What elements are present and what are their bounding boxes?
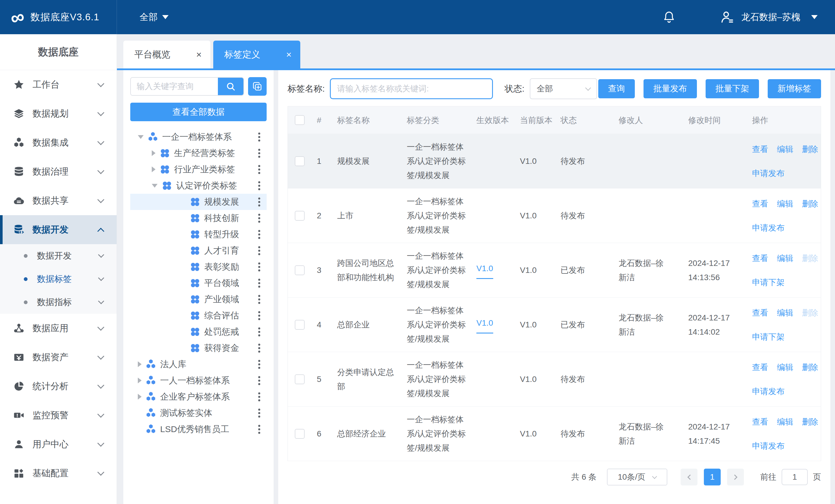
close-icon[interactable]: × [196,49,202,60]
view-link[interactable]: 查看 [752,415,768,429]
sidebar-item-7[interactable]: 数据资产 [0,343,117,372]
more-actions-icon[interactable] [257,147,262,160]
more-actions-icon[interactable] [257,326,262,338]
table-row-4[interactable]: 4总部企业一企一档标签体系/认定评价类标签/规模发展V1.0V1.0已发布龙石数… [288,297,821,352]
tree-node-7[interactable]: 人才引育 [130,243,267,259]
sidebar-subitem-2[interactable]: 数据指标 [0,291,117,314]
page-size-select[interactable]: 10条/页 [607,469,667,485]
prev-page-button[interactable] [681,469,697,485]
request-publish-link[interactable]: 申请发布 [752,166,785,181]
tree-node-1[interactable]: 生产经营类标签 [130,145,267,161]
tree-node-15[interactable]: 一人一档标签体系 [130,372,267,388]
tree-node-14[interactable]: 法人库 [130,356,267,372]
delete-link[interactable]: 删除 [802,360,818,374]
tree-node-6[interactable]: 转型升级 [130,226,267,243]
view-link[interactable]: 查看 [752,196,768,211]
more-actions-icon[interactable] [257,342,262,354]
more-actions-icon[interactable] [257,245,262,257]
sidebar-item-3[interactable]: 数据治理 [0,157,117,186]
tree-node-16[interactable]: 企业客户标签体系 [130,388,267,405]
sidebar-item-9[interactable]: 监控预警 [0,401,117,430]
table-row-2[interactable]: 2上市一企一档标签体系/认定评价类标签/规模发展V1.0待发布查看编辑删除申请发… [288,189,821,243]
view-all-data-button[interactable]: 查看全部数据 [130,103,267,121]
table-row-5[interactable]: 5分类申请认定总部一企一档标签体系/认定评价类标签/规模发展V1.0待发布查看编… [288,352,821,406]
sidebar-item-2[interactable]: 数据集成 [0,128,117,157]
more-actions-icon[interactable] [257,277,262,289]
effective-version-link[interactable]: V1.0 [476,316,493,334]
tree-node-8[interactable]: 表彰奖励 [130,259,267,275]
more-actions-icon[interactable] [257,212,262,225]
query-button[interactable]: 查询 [598,79,635,98]
request-publish-link[interactable]: 申请发布 [752,221,785,235]
notification-bell-icon[interactable] [663,10,676,24]
more-actions-icon[interactable] [257,261,262,273]
tree-node-4[interactable]: 规模发展 [130,194,267,210]
tab-platform-overview[interactable]: 平台概览 × [123,41,210,68]
tab-label-definition[interactable]: 标签定义 × [213,41,300,68]
status-filter-select[interactable]: 全部 [530,78,597,99]
tree-node-17[interactable]: 测试标签实体 [130,405,267,421]
request-publish-link[interactable]: 申请下架 [752,275,785,289]
goto-page-input[interactable] [781,469,808,485]
more-actions-icon[interactable] [257,407,262,419]
search-button[interactable] [218,78,243,95]
table-row-3[interactable]: 3跨国公司地区总部和功能性机构一企一档标签体系/认定评价类标签/规模发展V1.0… [288,243,821,297]
more-actions-icon[interactable] [257,293,262,306]
view-link[interactable]: 查看 [752,306,768,320]
view-link[interactable]: 查看 [752,142,768,156]
more-actions-icon[interactable] [257,310,262,322]
next-page-button[interactable] [727,469,744,485]
request-publish-link[interactable]: 申请发布 [752,384,785,398]
edit-link[interactable]: 编辑 [777,196,793,211]
more-actions-icon[interactable] [257,374,262,387]
tree-node-0[interactable]: 一企一档标签体系 [130,129,267,145]
tree-expand-expand-icon[interactable] [138,394,142,400]
view-link[interactable]: 查看 [752,360,768,374]
current-page-button[interactable]: 1 [704,469,721,485]
edit-link[interactable]: 编辑 [777,306,793,320]
edit-link[interactable]: 编辑 [777,415,793,429]
more-actions-icon[interactable] [257,163,262,176]
tree-expand-expand-icon[interactable] [138,361,142,367]
add-label-button[interactable]: 新增标签 [768,79,821,98]
label-name-filter-input[interactable] [330,78,493,99]
user-menu-caret-icon[interactable] [811,15,818,19]
sidebar-subitem-0[interactable]: 数据开发 [0,244,117,267]
table-row-1[interactable]: 1规模发展一企一档标签体系/认定评价类标签/规模发展V1.0待发布查看编辑删除申… [288,134,821,189]
scope-selector[interactable]: 全部 [140,11,168,23]
tree-node-3[interactable]: 认定评价类标签 [130,177,267,194]
more-actions-icon[interactable] [257,131,262,143]
sidebar-item-11[interactable]: 基础配置 [0,459,117,488]
tree-node-12[interactable]: 处罚惩戒 [130,323,267,340]
tree-node-11[interactable]: 综合评估 [130,308,267,323]
more-actions-icon[interactable] [257,423,262,436]
tree-node-9[interactable]: 平台领域 [130,275,267,291]
row-checkbox[interactable] [295,156,305,166]
request-publish-link[interactable]: 申请下架 [752,330,785,344]
request-publish-link[interactable]: 申请发布 [752,439,785,453]
row-checkbox[interactable] [295,211,305,221]
tree-search-input[interactable] [131,78,218,95]
batch-unpublish-button[interactable]: 批量下架 [706,79,759,98]
sidebar-item-1[interactable]: 数据规划 [0,99,117,128]
row-checkbox[interactable] [295,429,305,439]
sidebar-item-4[interactable]: 数据共享 [0,186,117,215]
tree-node-2[interactable]: 行业产业类标签 [130,161,267,177]
current-username[interactable]: 龙石数据–苏槐 [741,11,800,23]
tree-expand-collapse-icon[interactable] [152,184,158,188]
delete-link[interactable]: 删除 [802,415,818,429]
tree-expand-expand-icon[interactable] [138,378,142,383]
table-row-6[interactable]: 6总部经济企业一企一档标签体系/认定评价类标签/规模发展V1.0待发布龙石数据–… [288,406,821,461]
more-actions-icon[interactable] [257,391,262,403]
close-icon[interactable]: × [286,49,291,60]
effective-version-link[interactable]: V1.0 [476,261,493,279]
delete-link[interactable]: 删除 [802,306,818,320]
more-actions-icon[interactable] [257,228,262,241]
row-checkbox[interactable] [295,265,305,275]
edit-link[interactable]: 编辑 [777,142,793,156]
sidebar-subitem-1[interactable]: 数据标签 [0,267,117,291]
view-link[interactable]: 查看 [752,251,768,265]
edit-link[interactable]: 编辑 [777,251,793,265]
sidebar-item-10[interactable]: 用户中心 [0,430,117,459]
tree-expand-collapse-icon[interactable] [138,135,144,139]
